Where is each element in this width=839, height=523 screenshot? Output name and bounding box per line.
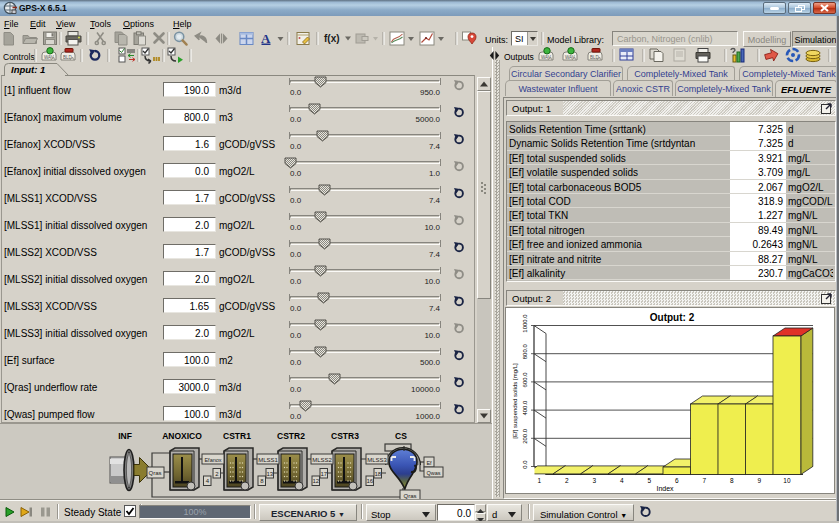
svg-text:1000.0: 1000.0 [522, 314, 528, 333]
svg-text:Efanox: Efanox [204, 457, 221, 463]
svg-text:8: 8 [730, 477, 734, 484]
svg-text:2: 2 [565, 477, 569, 484]
svg-text:12: 12 [312, 478, 319, 484]
svg-text:A: A [261, 31, 271, 46]
svg-text:MLSS1: MLSS1 [258, 457, 278, 463]
svg-text:Qras: Qras [148, 470, 161, 476]
svg-text:[Ef] suspended solids [mg/L]: [Ef] suspended solids [mg/L] [512, 363, 518, 439]
svg-text:CSTR3: CSTR3 [331, 431, 359, 441]
svg-text:CSTR2: CSTR2 [277, 431, 305, 441]
svg-text:13: 13 [266, 471, 273, 477]
svg-text:CS: CS [395, 431, 407, 441]
svg-text:5: 5 [648, 477, 652, 484]
svg-text:9: 9 [758, 477, 762, 484]
svg-text:0.0: 0.0 [522, 460, 528, 469]
svg-text:INF: INF [118, 431, 132, 441]
svg-text:f(x): f(x) [324, 33, 340, 44]
svg-text:10: 10 [783, 477, 791, 484]
svg-text:ANOXICO: ANOXICO [162, 431, 202, 441]
svg-text:800.0: 800.0 [522, 344, 528, 360]
svg-text:Output: 2: Output: 2 [650, 312, 695, 323]
svg-text:7: 7 [703, 477, 707, 484]
svg-text:MLSS3: MLSS3 [367, 457, 387, 463]
svg-text:Qras: Qras [403, 493, 416, 499]
svg-text:200.0: 200.0 [522, 428, 528, 444]
svg-text:16: 16 [366, 478, 373, 484]
svg-text:Qwas: Qwas [426, 470, 440, 476]
svg-text:600.0: 600.0 [522, 372, 528, 388]
svg-text:4: 4 [620, 477, 624, 484]
svg-text:Ef: Ef [426, 460, 432, 466]
svg-text:6: 6 [675, 477, 679, 484]
svg-text:18: 18 [374, 471, 381, 477]
svg-text:17: 17 [320, 471, 327, 477]
svg-text:MLSS2: MLSS2 [312, 457, 332, 463]
svg-text:Index: Index [656, 485, 674, 492]
svg-text:1: 1 [538, 477, 542, 484]
svg-text:400.0: 400.0 [522, 400, 528, 416]
svg-text:3: 3 [593, 477, 597, 484]
svg-text:CSTR1: CSTR1 [223, 431, 251, 441]
